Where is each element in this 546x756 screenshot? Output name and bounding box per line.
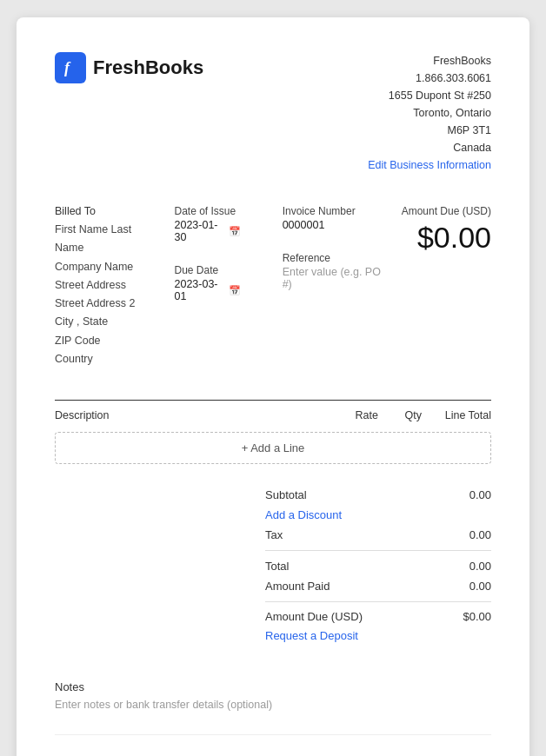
first-name: First Name [55, 223, 108, 235]
col-rate-header: Rate [309, 409, 378, 421]
field-group-left: Date of Issue 2023-01-30 📅 Due Date 2023… [175, 205, 241, 302]
header: f FreshBooks FreshBooks 1.866.303.6061 1… [55, 52, 491, 174]
edit-business-link[interactable]: Edit Business Information [368, 159, 491, 171]
amount-due-value: $0.00 [386, 221, 492, 255]
amount-paid-label: Amount Paid [265, 580, 330, 593]
freshbooks-logo-icon: f [55, 52, 86, 83]
invoice-page: f FreshBooks FreshBooks 1.866.303.6061 1… [17, 17, 529, 756]
subtotal-label: Subtotal [265, 488, 307, 501]
business-address: 1655 Dupont St #250 [368, 87, 491, 104]
totals-table-due: Amount Due (USD) $0.00 Request a Deposit [265, 607, 491, 646]
billed-to-name: First Name Last Name [55, 221, 161, 258]
totals-section: Subtotal 0.00 Add a Discount Tax 0.00 To… [55, 485, 491, 646]
totals-table: Subtotal 0.00 Add a Discount Tax 0.00 [265, 485, 491, 545]
logo-area: f FreshBooks [55, 52, 203, 83]
business-city: Toronto, Ontario [368, 104, 491, 122]
date-invoice-section: Date of Issue 2023-01-30 📅 Due Date 2023… [161, 205, 386, 302]
billed-to-zip: ZIP Code [55, 332, 161, 350]
terms-divider [55, 734, 491, 735]
add-line-label: + Add a Line [242, 441, 305, 454]
tax-row: Tax 0.00 [265, 525, 491, 545]
total-value: 0.00 [469, 560, 491, 573]
reference-label: Reference [283, 252, 386, 264]
add-line-button[interactable]: + Add a Line [55, 432, 491, 464]
business-info: FreshBooks 1.866.303.6061 1655 Dupont St… [368, 52, 491, 174]
col-qty-header: Qty [378, 409, 422, 421]
final-amount-due-label: Amount Due (USD) [265, 610, 363, 623]
col-total-header: Line Total [422, 409, 491, 421]
amount-due-section: Amount Due (USD) $0.00 [386, 205, 492, 255]
business-phone: 1.866.303.6061 [368, 70, 491, 87]
notes-placeholder[interactable]: Enter notes or bank transfer details (op… [55, 697, 491, 713]
totals-divider-lower [265, 601, 491, 602]
deposit-row: Request a Deposit [265, 626, 491, 646]
billed-to: Billed To First Name Last Name Company N… [55, 205, 161, 368]
discount-row: Add a Discount [265, 505, 491, 525]
calendar-icon-due[interactable]: 📅 [229, 285, 241, 296]
amount-paid-row: Amount Paid 0.00 [265, 576, 491, 596]
reference-field: Reference Enter value (e.g. PO #) [283, 252, 386, 290]
subtotal-value: 0.00 [469, 488, 491, 501]
business-name: FreshBooks [368, 52, 491, 70]
totals-divider [265, 550, 491, 551]
business-country: Canada [368, 139, 491, 156]
final-amount-due-value: $0.00 [463, 610, 491, 623]
date-of-issue-label: Date of Issue [175, 205, 241, 217]
freshbooks-logo-text: FreshBooks [93, 56, 203, 79]
final-amount-due-row: Amount Due (USD) $0.00 [265, 607, 491, 626]
billed-to-street1: Street Address [55, 276, 161, 295]
billed-to-label: Billed To [55, 205, 161, 217]
svg-text:f: f [64, 59, 71, 76]
total-label: Total [265, 560, 289, 573]
table-header: Description Rate Qty Line Total [55, 409, 491, 428]
date-of-issue-value: 2023-01-30 📅 [175, 219, 241, 243]
notes-label: Notes [55, 680, 491, 693]
due-date-value: 2023-03-01 📅 [175, 278, 241, 302]
field-group-right: Invoice Number 0000001 Reference Enter v… [283, 205, 386, 302]
due-date-label: Due Date [175, 264, 241, 276]
table-section: Description Rate Qty Line Total + Add a … [55, 400, 491, 464]
date-of-issue-field: Date of Issue 2023-01-30 📅 [175, 205, 241, 243]
request-deposit-link[interactable]: Request a Deposit [265, 629, 358, 642]
totals-table-lower: Total 0.00 Amount Paid 0.00 [265, 556, 491, 596]
billed-to-city-state: City , State [55, 313, 161, 331]
add-discount-link[interactable]: Add a Discount [265, 508, 342, 521]
invoice-number-field: Invoice Number 0000001 [283, 205, 386, 231]
amount-paid-value: 0.00 [469, 580, 491, 593]
reference-placeholder[interactable]: Enter value (e.g. PO #) [283, 266, 386, 290]
due-date-field: Due Date 2023-03-01 📅 [175, 264, 241, 302]
invoice-number-label: Invoice Number [283, 205, 386, 217]
calendar-icon-issue[interactable]: 📅 [229, 226, 241, 237]
billed-to-country: Country [55, 350, 161, 368]
total-row: Total 0.00 [265, 556, 491, 576]
billed-to-street2: Street Address 2 [55, 295, 161, 313]
billing-section: Billed To First Name Last Name Company N… [55, 205, 491, 368]
subtotal-row: Subtotal 0.00 [265, 485, 491, 505]
amount-due-label: Amount Due (USD) [386, 205, 492, 217]
invoice-number-value: 0000001 [283, 219, 386, 231]
billed-to-company: Company Name [55, 258, 161, 276]
tax-label: Tax [265, 528, 283, 541]
notes-section: Notes Enter notes or bank transfer detai… [55, 673, 491, 713]
business-postal: M6P 3T1 [368, 122, 491, 139]
tax-value: 0.00 [469, 528, 491, 541]
col-description-header: Description [55, 409, 309, 421]
